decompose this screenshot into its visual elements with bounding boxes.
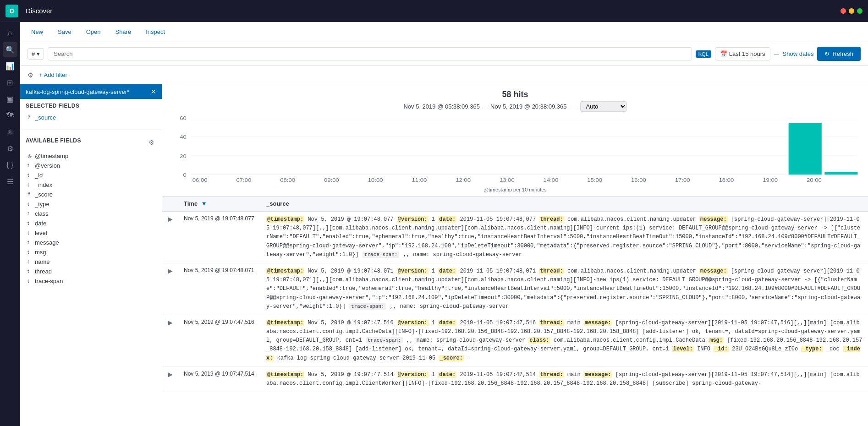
row-expand-icon[interactable]: ▶ — [168, 371, 173, 378]
svg-text:07:00: 07:00 — [236, 177, 252, 183]
auto-select[interactable]: Auto 5 minutes 10 minutes 30 minutes 1 h… — [580, 101, 627, 112]
highlight-field: date: — [438, 320, 456, 326]
available-field-trace-span[interactable]: ttrace-span — [26, 276, 156, 286]
available-fields-gear-icon[interactable]: ⚙ — [148, 139, 154, 146]
svg-text:19:00: 19:00 — [763, 177, 778, 183]
nav-management-icon[interactable]: ⚙ — [3, 141, 17, 156]
available-field-_type[interactable]: t_type — [26, 199, 156, 209]
search-prefix-selector[interactable]: # ▾ — [27, 48, 44, 60]
available-field-@timestamp[interactable]: ◷@timestamp — [26, 151, 156, 161]
inspect-button[interactable]: Inspect — [142, 27, 169, 37]
nav-dev-icon[interactable]: { } — [3, 158, 17, 172]
svg-text:18:00: 18:00 — [719, 177, 734, 183]
source-text: com.alibaba.nacos.client.naming.updater — [564, 268, 699, 274]
source-cell: @timestamp: Nov 5, 2019 @ 19:07:47.516 @… — [261, 315, 868, 366]
row-expand-icon[interactable]: ▶ — [168, 215, 173, 223]
chart-bar-20[interactable] — [824, 172, 857, 175]
row-expand-icon[interactable]: ▶ — [168, 267, 173, 274]
filter-bar: ⚙ + Add filter — [20, 66, 868, 84]
highlight-thread-field: thread: — [539, 320, 564, 326]
field-type-source: ? — [27, 115, 32, 120]
svg-text:16:00: 16:00 — [631, 177, 646, 183]
calendar-button[interactable]: 📅 Last 15 hours — [715, 47, 770, 60]
source-text: kafka-log-spring-cloud-gateway-server-20… — [274, 355, 439, 361]
highlight-field: @version: — [397, 371, 429, 378]
available-field-class[interactable]: tclass — [26, 209, 156, 218]
highlight-field: @version: — [397, 320, 429, 326]
source-text: name: spring-cloud-gateway-server — [400, 303, 509, 310]
highlight-message-field: message: — [699, 268, 728, 274]
share-button[interactable]: Share — [111, 27, 135, 37]
nav-settings-icon[interactable]: ☰ — [3, 174, 17, 189]
field-type-icon: t — [27, 211, 32, 216]
nav-canvas-icon[interactable]: ▣ — [3, 92, 17, 106]
nav-visualize-icon[interactable]: 📊 — [3, 59, 17, 73]
new-button[interactable]: New — [27, 27, 47, 37]
available-field-msg[interactable]: tmsg — [26, 247, 156, 257]
nav-maps-icon[interactable]: 🗺 — [3, 108, 17, 123]
svg-text:13:00: 13:00 — [500, 177, 515, 183]
field-name-label: message — [35, 239, 59, 246]
source-text: 2019-11-05 19:07:48,071 — [456, 268, 539, 274]
source-text: com.alibaba.nacos.client.naming.updater — [564, 216, 699, 223]
index-pattern-label: kafka-log-spring-cloud-gateway-server* — [26, 88, 129, 95]
chart-area: 58 hits Nov 5, 2019 @ 05:38:09.365 – Nov… — [162, 84, 868, 197]
action-bar: New Save Open Share Inspect — [20, 22, 868, 42]
nav-ml-icon[interactable]: ⚛ — [3, 125, 17, 139]
field-type-icon: t — [27, 173, 32, 178]
kql-badge[interactable]: KQL — [696, 50, 711, 58]
field-name-label: level — [35, 229, 47, 236]
filter-gear-icon[interactable]: ⚙ — [27, 71, 33, 79]
results-area[interactable]: Time ▼ _source ▶Nov 5, 2019 @ 19:07:48.0… — [162, 197, 868, 426]
svg-text:14:00: 14:00 — [544, 177, 559, 183]
highlight-thread-field: thread: — [539, 268, 564, 274]
field-name-label: _type — [35, 201, 49, 208]
available-field-name[interactable]: tname — [26, 257, 156, 267]
highlight-thread-field: thread: — [539, 371, 564, 378]
source-text: Nov 5, 2019 @ 19:07:47.516 — [304, 320, 397, 326]
open-button[interactable]: Open — [82, 27, 104, 37]
available-field-@version[interactable]: t@version — [26, 161, 156, 170]
available-field-level[interactable]: tlevel — [26, 228, 156, 238]
nav-home-icon[interactable]: ⌂ — [3, 26, 17, 40]
available-field-thread[interactable]: tthread — [26, 267, 156, 276]
highlight-thread-field: thread: — [539, 216, 564, 223]
time-range-label: Last 15 hours — [729, 50, 765, 57]
show-dates-button[interactable]: Show dates — [783, 50, 814, 57]
source-text: ,, — [387, 303, 400, 310]
nav-discover-icon[interactable]: 🔍 — [3, 42, 17, 57]
chart-svg: 60 40 20 0 — [170, 112, 861, 185]
index-pattern-close-icon[interactable]: ✕ — [151, 88, 156, 95]
available-field-_score[interactable]: #_score — [26, 190, 156, 199]
available-field-message[interactable]: tmessage — [26, 238, 156, 247]
time-cell: Nov 5, 2019 @ 19:07:48.071 — [178, 263, 261, 315]
selected-field-source[interactable]: ? _source — [26, 113, 156, 122]
window-minimize-btn[interactable] — [849, 8, 854, 14]
search-input[interactable] — [48, 47, 692, 60]
svg-text:0: 0 — [183, 172, 186, 178]
save-button[interactable]: Save — [54, 27, 75, 37]
source-text: Nov 5, 2019 @ 19:07:48.071 — [304, 268, 397, 274]
refresh-button[interactable]: ↻ Refresh — [817, 47, 861, 61]
available-field-date[interactable]: tdate — [26, 218, 156, 228]
calendar-icon: 📅 — [720, 50, 727, 57]
available-field-_index[interactable]: t_index — [26, 180, 156, 190]
source-text: ,, — [400, 251, 413, 258]
row-expand-icon[interactable]: ▶ — [168, 319, 173, 326]
field-type-icon: t — [27, 250, 32, 255]
results-table: Time ▼ _source ▶Nov 5, 2019 @ 19:07:48.0… — [162, 197, 868, 392]
add-filter-button[interactable]: + Add filter — [39, 71, 67, 78]
field-name-label: _id — [35, 172, 43, 179]
available-field-_id[interactable]: t_id — [26, 170, 156, 180]
col-time-header[interactable]: Time ▼ — [178, 197, 261, 211]
highlight-field: @version: — [397, 216, 429, 223]
chart-bar-19[interactable] — [789, 123, 822, 175]
source-text: 1 — [429, 216, 439, 223]
svg-text:17:00: 17:00 — [675, 177, 690, 183]
window-maximize-btn[interactable] — [857, 8, 863, 14]
table-row: ▶Nov 5, 2019 @ 19:07:48.071@timestamp: N… — [162, 263, 868, 315]
window-close-btn[interactable] — [841, 8, 846, 14]
svg-text:20: 20 — [180, 153, 187, 159]
highlight-field: class: — [528, 337, 550, 344]
nav-dashboard-icon[interactable]: ⊞ — [3, 75, 17, 90]
